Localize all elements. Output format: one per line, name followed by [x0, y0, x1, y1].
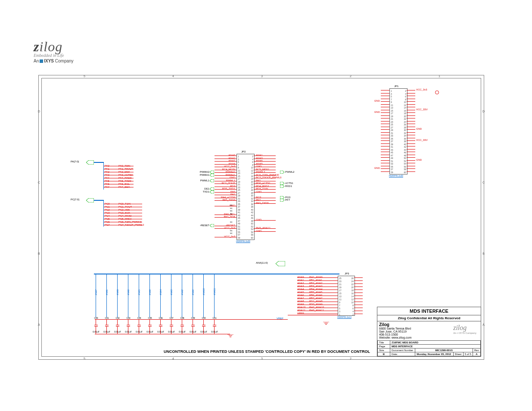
ana-drop-label: ANA9 — [116, 290, 119, 295]
pin-num: 50 — [251, 222, 253, 225]
jp3-footer: HDR/PIN 2x13 — [337, 316, 352, 318]
pin-num: 21 — [238, 183, 240, 186]
pin-num: 34 — [251, 200, 253, 202]
pin-num: 9 — [391, 101, 392, 103]
cap-val: 0.01uF — [167, 330, 176, 333]
jp2-left-sig: PA5_TXD0 — [211, 199, 235, 201]
stub — [407, 155, 415, 155]
pc-pin: PC0 — [105, 202, 110, 205]
jp2-right-sig: ANA3 — [256, 157, 263, 159]
pin-num: 1 — [238, 155, 239, 158]
cap-lead — [106, 329, 107, 334]
ana-drop — [128, 274, 128, 318]
nc-label: NC — [230, 221, 233, 223]
stub — [407, 101, 415, 102]
stub — [407, 171, 415, 172]
capacitor — [116, 323, 119, 329]
pa-pin: PA1 — [105, 168, 109, 170]
ana-drop-label: ANA3 — [170, 290, 173, 295]
pin-num: 29 — [391, 129, 393, 131]
cap-lead — [117, 319, 118, 323]
net-wire — [354, 290, 363, 290]
pin-num: 42 — [251, 211, 253, 214]
cap-lead — [149, 319, 150, 323]
stub — [381, 121, 389, 121]
ana-drop-label: ANA1 — [106, 290, 108, 295]
pin-num: 14 — [251, 172, 253, 174]
stub — [381, 146, 389, 146]
pin-num: 17 — [238, 177, 240, 180]
pin-num: 37 — [391, 140, 393, 143]
cap-lead — [128, 329, 128, 334]
zone-top: 1 — [439, 75, 440, 78]
cap-val: 0.01uF — [91, 330, 101, 333]
pin-num: 7 — [339, 304, 340, 307]
pin-num: 44 — [251, 214, 253, 217]
jp2-left-sig: PWMH1 — [211, 174, 235, 176]
pin-num: 23 — [238, 186, 240, 189]
capacitor — [94, 323, 98, 329]
jp1-refdes: JP1 — [394, 85, 398, 87]
pin-num: 39 — [391, 143, 393, 146]
ana-drop — [117, 274, 118, 318]
pc-bus-label: PC[7:0] — [71, 198, 79, 201]
stub — [381, 127, 389, 127]
pc-pin: PC2 — [105, 209, 110, 211]
ana-bus-label: ANA[11:0] — [256, 262, 268, 264]
pin-num: 35 — [391, 137, 393, 140]
stub — [381, 129, 389, 130]
cap-ref: C34 — [134, 317, 144, 319]
tb-cell: Title — [378, 341, 390, 345]
pin-num: 20 — [251, 181, 253, 183]
stub — [407, 149, 415, 149]
gnd-wire — [95, 334, 230, 334]
pa-pin: PA5 — [105, 180, 109, 182]
pin-num: 15 — [339, 292, 342, 295]
net-wire — [354, 308, 363, 308]
pin-num: 32 — [251, 197, 253, 200]
cap-ref: C32 — [113, 317, 122, 319]
pin-num: 17 — [391, 112, 393, 115]
pc-pin: PC4 — [105, 215, 110, 217]
pa-func: PA5_TXD0 — [118, 180, 131, 182]
jp2-right-sig: PA2 — [256, 179, 261, 182]
nc-label: NC — [230, 232, 233, 234]
pa-func: PA6_SCL — [118, 183, 130, 185]
stub — [407, 163, 415, 163]
net-wire — [354, 314, 363, 314]
pin-num: 22 — [404, 118, 406, 120]
stub — [407, 96, 415, 96]
jp3-map: PB7_ANA7 — [309, 297, 322, 299]
pin-num: 25 — [339, 277, 342, 280]
pin-num: 31 — [238, 197, 240, 200]
jp2-right-sig: GND — [256, 190, 261, 193]
jp3-ana: ANA9 — [297, 276, 304, 278]
pin-num: 26 — [251, 189, 253, 191]
pin-num: 59 — [391, 171, 393, 174]
pin-num: 39 — [238, 209, 240, 211]
jp3-ana: ANA2 — [297, 282, 304, 284]
pin-num: 5 — [339, 307, 340, 310]
vref-wire — [95, 319, 288, 320]
jp1-pwr: VCC_33V — [416, 139, 428, 141]
jp3-ana: ANA6 — [297, 294, 304, 296]
zone-top: 2 — [350, 75, 352, 78]
tb-sheetn: 5 — [465, 353, 466, 355]
pin-num: 12 — [251, 169, 253, 172]
jp3-ana: ANA4 — [297, 288, 304, 290]
stub — [381, 149, 389, 149]
pin-num: 13 — [238, 172, 240, 174]
pin-num: 31 — [391, 132, 393, 134]
tb-sheett: 5 — [470, 353, 471, 355]
tb-rev: A — [476, 353, 477, 355]
net-wire — [354, 305, 363, 305]
cap-lead — [96, 319, 96, 323]
jp3-map: PH2_ANA10 — [309, 306, 324, 308]
jp2-left-sig: PC4_MOSI — [211, 168, 235, 171]
pin-num: 52 — [251, 225, 253, 228]
pin-num: 24 — [404, 121, 406, 123]
stub — [381, 163, 389, 163]
jp2-right-sig: PWML2 — [256, 171, 265, 173]
pin-num: 24 — [351, 280, 354, 283]
jp2-right-port: RXD1 — [285, 185, 292, 187]
